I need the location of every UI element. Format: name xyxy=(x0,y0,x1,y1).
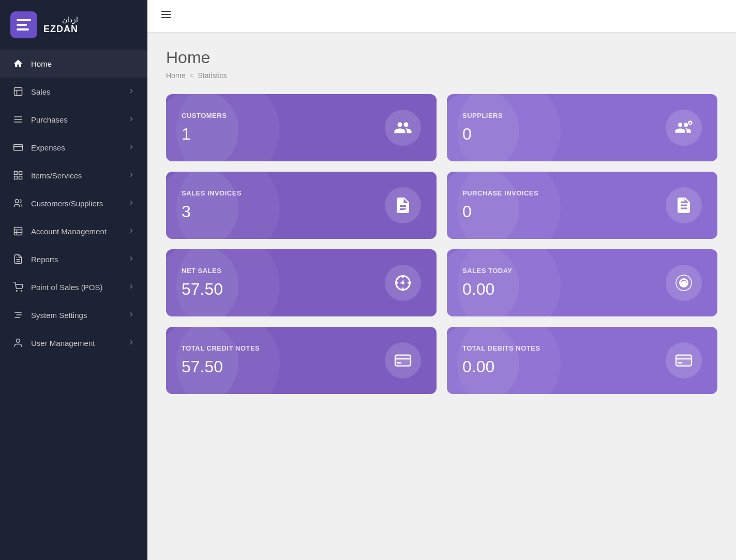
sidebar-label-customers-suppliers: Customers/Suppliers xyxy=(31,199,103,208)
topbar xyxy=(147,0,736,33)
breadcrumb: Home < Statistics xyxy=(166,71,717,80)
purchases-icon xyxy=(12,114,24,125)
chevron-expenses-icon xyxy=(128,143,135,152)
chevron-account-management-icon xyxy=(128,227,135,236)
sidebar-label-expenses: Expenses xyxy=(31,143,65,152)
sidebar-item-system-settings[interactable]: System Settings xyxy=(0,301,147,329)
chevron-customers-suppliers-icon xyxy=(128,199,135,208)
stat-card-suppliers[interactable]: SUPPLIERS0 xyxy=(447,94,717,161)
svg-rect-9 xyxy=(14,144,23,150)
sales-icon xyxy=(12,86,24,97)
breadcrumb-separator: < xyxy=(189,71,193,80)
stat-label-suppliers: SUPPLIERS xyxy=(462,112,503,119)
stat-card-customers[interactable]: CUSTOMERS1 xyxy=(166,94,437,161)
stat-value-customers: 1 xyxy=(182,125,227,144)
stat-icon-total-debits-notes xyxy=(666,342,702,379)
system-settings-icon xyxy=(12,309,24,321)
stat-card-net-sales[interactable]: NET SALES57.50 xyxy=(166,249,437,316)
stat-card-text-total-credit-notes: TOTAL CREDIT NOTES57.50 xyxy=(182,344,260,376)
chevron-sales-icon xyxy=(128,87,135,96)
sidebar-item-purchases[interactable]: Purchases xyxy=(0,105,147,133)
sidebar-item-user-management[interactable]: User Management xyxy=(0,329,147,357)
stat-label-purchase-invoices: PURCHASE INVOICES xyxy=(462,189,538,197)
logo-area: ازدان EZDAN xyxy=(0,0,147,50)
sidebar-label-system-settings: System Settings xyxy=(31,311,87,320)
content-area: Home Home < Statistics CUSTOMERS1SUPPLIE… xyxy=(147,33,736,560)
sidebar-label-sales: Sales xyxy=(31,87,51,96)
svg-rect-16 xyxy=(14,228,22,235)
breadcrumb-home[interactable]: Home xyxy=(166,71,185,80)
breadcrumb-current: Statistics xyxy=(198,71,227,80)
stat-value-total-credit-notes: 57.50 xyxy=(182,357,260,376)
main-content: Home Home < Statistics CUSTOMERS1SUPPLIE… xyxy=(147,0,736,560)
sidebar-item-sales[interactable]: Sales xyxy=(0,78,147,105)
expenses-icon xyxy=(12,142,24,153)
stat-icon-net-sales xyxy=(385,265,421,301)
logo-english: EZDAN xyxy=(43,24,78,35)
reports-icon xyxy=(12,253,24,265)
customers-suppliers-icon xyxy=(12,198,24,209)
stat-label-total-debits-notes: TOTAL DEBITS NOTES xyxy=(462,344,540,352)
stat-value-sales-today: 0.00 xyxy=(462,280,513,299)
stat-card-purchase-invoices[interactable]: PURCHASE INVOICES0 xyxy=(447,172,717,239)
chevron-items-services-icon xyxy=(128,171,135,180)
stats-grid: CUSTOMERS1SUPPLIERS0SALES INVOICES3$PURC… xyxy=(166,94,717,394)
stat-card-sales-today[interactable]: SALES TODAY0.00 xyxy=(447,249,717,316)
sidebar-item-expenses[interactable]: Expenses xyxy=(0,133,147,161)
stat-value-suppliers: 0 xyxy=(462,125,503,144)
stat-card-text-customers: CUSTOMERS1 xyxy=(182,112,227,144)
sidebar-item-customers-suppliers[interactable]: Customers/Suppliers xyxy=(0,189,147,217)
logo-text: ازدان EZDAN xyxy=(43,16,78,35)
svg-point-22 xyxy=(17,291,18,292)
stat-value-net-sales: 57.50 xyxy=(182,280,223,299)
sidebar-item-items-services[interactable]: Items/Services xyxy=(0,161,147,189)
svg-rect-12 xyxy=(19,172,22,175)
svg-rect-41 xyxy=(676,355,692,366)
chevron-system-settings-icon xyxy=(128,311,135,320)
account-management-icon xyxy=(12,225,24,237)
sidebar-label-home: Home xyxy=(31,59,52,68)
stat-label-customers: CUSTOMERS xyxy=(182,112,227,119)
sidebar-item-account-management[interactable]: Account Management xyxy=(0,217,147,245)
stat-label-sales-today: SALES TODAY xyxy=(462,267,513,275)
svg-rect-3 xyxy=(14,88,22,96)
sidebar-label-purchases: Purchases xyxy=(31,115,68,124)
stat-icon-sales-invoices: $ xyxy=(385,187,421,223)
stat-value-total-debits-notes: 0.00 xyxy=(462,357,540,376)
stat-card-sales-invoices[interactable]: SALES INVOICES3$ xyxy=(166,172,437,239)
sidebar-label-items-services: Items/Services xyxy=(31,171,82,180)
chevron-pos-icon xyxy=(128,283,135,292)
sidebar-item-home[interactable]: Home xyxy=(0,50,147,78)
sidebar-label-pos: Point of Sales (POS) xyxy=(31,283,102,292)
stat-icon-customers xyxy=(385,110,421,146)
svg-rect-37 xyxy=(395,355,411,366)
pos-icon xyxy=(12,281,24,293)
user-management-icon xyxy=(12,337,24,349)
svg-rect-0 xyxy=(17,19,31,21)
logo-arabic: ازدان xyxy=(43,16,78,24)
sidebar-label-user-management: User Management xyxy=(31,339,95,347)
page-title: Home xyxy=(166,48,717,67)
stat-card-text-sales-today: SALES TODAY0.00 xyxy=(462,267,513,299)
stat-card-text-sales-invoices: SALES INVOICES3 xyxy=(182,189,242,221)
stat-value-sales-invoices: 3 xyxy=(182,202,242,221)
stat-icon-total-credit-notes xyxy=(385,342,421,379)
items-services-icon xyxy=(12,170,24,181)
chevron-reports-icon xyxy=(128,255,135,264)
svg-rect-2 xyxy=(17,28,29,31)
stat-icon-sales-today xyxy=(666,265,702,301)
stat-label-total-credit-notes: TOTAL CREDIT NOTES xyxy=(182,344,260,352)
svg-rect-11 xyxy=(14,172,18,175)
hamburger-icon[interactable] xyxy=(160,8,172,24)
sidebar-label-account-management: Account Management xyxy=(31,227,107,236)
sidebar-label-reports: Reports xyxy=(31,255,58,264)
stat-card-total-debits-notes[interactable]: TOTAL DEBITS NOTES0.00 xyxy=(447,327,717,394)
stat-card-text-suppliers: SUPPLIERS0 xyxy=(462,112,503,144)
svg-point-23 xyxy=(21,291,22,292)
chevron-purchases-icon xyxy=(128,115,135,124)
stat-card-total-credit-notes[interactable]: TOTAL CREDIT NOTES57.50 xyxy=(166,327,437,394)
stat-icon-suppliers xyxy=(666,110,702,146)
sidebar-item-pos[interactable]: Point of Sales (POS) xyxy=(0,273,147,301)
sidebar-item-reports[interactable]: Reports xyxy=(0,245,147,273)
svg-rect-14 xyxy=(19,176,22,179)
